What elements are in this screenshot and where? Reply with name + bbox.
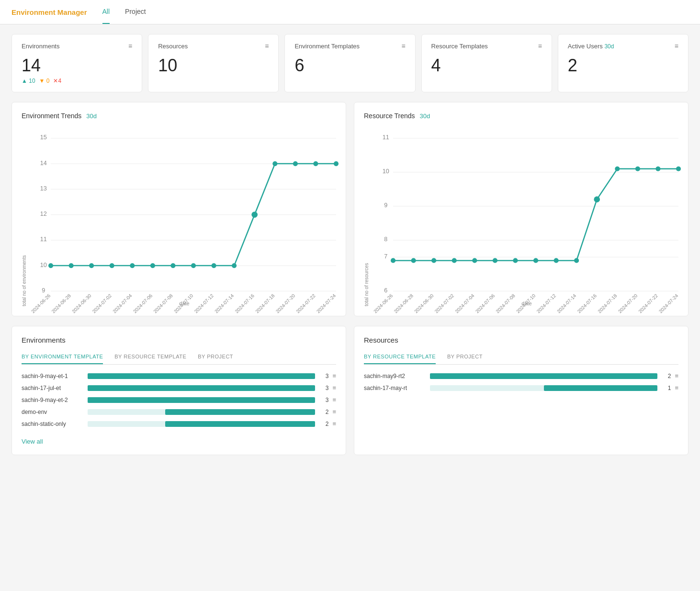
svg-point-14 [48, 263, 53, 268]
svg-text:14: 14 [40, 160, 47, 167]
env-trends-title: Environment Trends 30d [22, 112, 336, 120]
env-trends-card: Environment Trends 30d total no of envir… [11, 102, 346, 316]
active-users-card: Active Users 30d ≡ 2 [558, 34, 689, 92]
nav-brand[interactable]: Environment Manager [11, 0, 87, 24]
svg-text:6: 6 [384, 287, 387, 294]
svg-text:11: 11 [40, 236, 47, 243]
tab-by-project-res[interactable]: BY PROJECT [447, 350, 483, 364]
resources-section: Resources BY RESOURCE TEMPLATE BY PROJEC… [354, 326, 689, 455]
svg-point-23 [232, 263, 237, 268]
resources-card: Resources ≡ 10 [148, 34, 279, 92]
svg-point-58 [431, 258, 436, 263]
view-all-link[interactable]: View all [22, 438, 43, 445]
tab-by-env-template[interactable]: BY ENVIRONMENT TEMPLATE [22, 350, 103, 364]
active-users-value: 2 [568, 56, 678, 76]
env-trends-period: 30d [86, 112, 97, 120]
tab-by-project-env[interactable]: BY PROJECT [198, 350, 233, 364]
svg-text:12: 12 [40, 211, 47, 217]
environments-tabs: BY ENVIRONMENT TEMPLATE BY RESOURCE TEMP… [22, 350, 336, 365]
env-row-5-icon[interactable]: ≡ [332, 420, 336, 427]
svg-point-17 [110, 263, 114, 268]
environments-list-icon[interactable]: ≡ [128, 42, 132, 50]
tab-by-resource-template[interactable]: BY RESOURCE TEMPLATE [364, 350, 436, 364]
svg-point-18 [130, 263, 135, 268]
resources-section-title: Resources [364, 336, 678, 344]
env-templates-value: 6 [294, 56, 405, 76]
svg-point-25 [272, 161, 277, 166]
env-templates-card: Environment Templates ≡ 6 [284, 34, 415, 92]
active-users-list-icon[interactable]: ≡ [675, 42, 678, 50]
res-trends-chart: 11 10 9 8 7 6 [375, 127, 678, 297]
environments-bars: sachin-9-may-et-1 3 ≡ sachin-17-jul-et 3… [22, 372, 336, 427]
svg-point-61 [493, 258, 497, 263]
svg-point-15 [69, 263, 74, 268]
res-trends-card: Resource Trends 30d total no of resource… [354, 102, 689, 316]
svg-point-70 [676, 167, 681, 171]
list-item: sachin-17-may-rt 1 ≡ [364, 384, 678, 391]
nav-tab-all[interactable]: All [102, 0, 110, 24]
resources-list-icon[interactable]: ≡ [265, 42, 269, 50]
svg-point-26 [293, 161, 298, 166]
charts-row: Environment Trends 30d total no of envir… [11, 102, 689, 316]
svg-text:10: 10 [383, 168, 389, 175]
environments-card: Environments ≡ 14 ▲ 10 ▼ 0 ✕4 [11, 34, 142, 92]
res-trends-title: Resource Trends 30d [364, 112, 678, 120]
env-row-1-icon[interactable]: ≡ [332, 372, 336, 379]
env-row-3-icon[interactable]: ≡ [332, 396, 336, 403]
svg-point-63 [533, 258, 538, 263]
active-users-card-title: Active Users 30d [568, 43, 614, 50]
svg-point-24 [251, 212, 258, 218]
svg-text:13: 13 [40, 185, 47, 192]
env-down: ▼ 0 [39, 78, 50, 84]
environments-section-title: Environments [22, 336, 336, 344]
environments-card-title: Environments [22, 43, 59, 50]
svg-point-57 [411, 258, 416, 263]
res-row-1-icon[interactable]: ≡ [675, 372, 678, 379]
svg-point-20 [170, 263, 175, 268]
resources-bars: sachin-may9-rt2 2 ≡ sachin-17-may-rt 1 ≡ [364, 372, 678, 391]
svg-point-27 [313, 161, 318, 166]
env-y-label: total no of environments [22, 127, 27, 306]
svg-point-21 [191, 263, 196, 268]
svg-point-56 [391, 258, 395, 263]
svg-text:9: 9 [42, 287, 45, 294]
list-item: sachin-9-may-et-1 3 ≡ [22, 372, 336, 379]
resource-templates-value: 4 [431, 56, 542, 76]
env-templates-list-icon[interactable]: ≡ [401, 42, 405, 50]
nav-tab-project[interactable]: Project [125, 0, 146, 24]
resource-templates-card: Resource Templates ≡ 4 [421, 34, 552, 92]
bottom-row: Environments BY ENVIRONMENT TEMPLATE BY … [11, 326, 689, 455]
tab-by-resource-template-env[interactable]: BY RESOURCE TEMPLATE [114, 350, 186, 364]
svg-point-64 [554, 258, 559, 263]
resource-templates-card-title: Resource Templates [431, 43, 488, 50]
list-item: sachin-static-only 2 ≡ [22, 420, 336, 427]
resources-card-title: Resources [158, 43, 188, 50]
env-up: ▲ 10 [22, 78, 35, 84]
svg-text:7: 7 [384, 253, 387, 260]
env-trends-chart: 15 14 13 12 11 10 9 [33, 127, 336, 297]
svg-point-69 [655, 167, 660, 171]
svg-point-22 [212, 263, 216, 268]
env-row-4-icon[interactable]: ≡ [332, 408, 336, 415]
svg-text:9: 9 [384, 202, 387, 209]
main-content: Environments ≡ 14 ▲ 10 ▼ 0 ✕4 Resources … [0, 24, 700, 465]
environments-section: Environments BY ENVIRONMENT TEMPLATE BY … [11, 326, 346, 455]
res-y-label: total no of resources [364, 127, 369, 306]
svg-text:8: 8 [384, 236, 387, 243]
summary-cards: Environments ≡ 14 ▲ 10 ▼ 0 ✕4 Resources … [11, 34, 689, 92]
resource-templates-list-icon[interactable]: ≡ [538, 42, 542, 50]
env-row-2-icon[interactable]: ≡ [332, 384, 336, 391]
res-row-2-icon[interactable]: ≡ [675, 384, 678, 391]
env-templates-card-title: Environment Templates [294, 43, 360, 50]
list-item: sachin-17-jul-et 3 ≡ [22, 384, 336, 391]
environments-value: 14 [22, 56, 132, 76]
svg-text:11: 11 [383, 134, 389, 141]
top-navigation: Environment Manager All Project [0, 0, 700, 24]
svg-point-28 [334, 161, 339, 166]
resources-tabs: BY RESOURCE TEMPLATE BY PROJECT [364, 350, 678, 365]
svg-text:15: 15 [40, 134, 47, 141]
res-trends-period: 30d [420, 112, 430, 120]
svg-point-68 [635, 167, 640, 171]
svg-point-60 [472, 258, 477, 263]
env-cross: ✕4 [53, 78, 61, 84]
